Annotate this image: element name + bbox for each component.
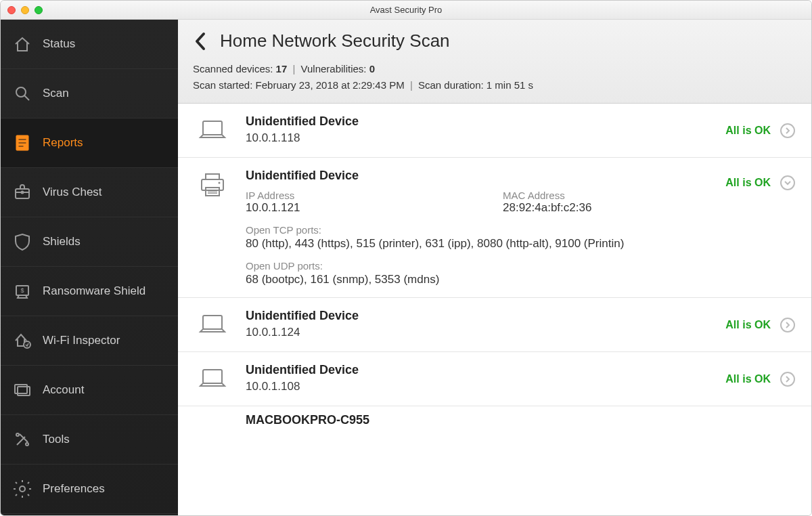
udp-ports-label: Open UDP ports: <box>246 260 709 272</box>
svg-point-0 <box>16 87 26 97</box>
sidebar-item-label: Shields <box>43 235 81 249</box>
device-ip: 10.0.1.121 <box>246 201 503 215</box>
svg-rect-24 <box>203 370 222 383</box>
device-name: Unidentified Device <box>246 169 709 183</box>
mac-label: MAC Address <box>503 190 709 201</box>
svg-point-13 <box>16 433 19 436</box>
page-title: Home Network Security Scan <box>220 30 450 51</box>
svg-line-1 <box>24 95 29 100</box>
main-panel: Home Network Security Scan Scanned devic… <box>178 20 811 516</box>
chevron-right-icon <box>784 127 791 134</box>
vuln-count: 0 <box>369 63 375 74</box>
device-name: Unidentified Device <box>246 114 709 129</box>
printer-icon <box>198 173 227 200</box>
minimize-window-button[interactable] <box>21 6 29 14</box>
device-ip: 10.0.1.118 <box>246 131 709 145</box>
svg-point-14 <box>26 443 28 446</box>
sidebar-item-virus-chest[interactable]: Virus Chest <box>1 168 178 217</box>
tools-icon <box>13 430 32 449</box>
device-row[interactable]: Unidentified Device IP Address 10.0.1.12… <box>178 158 811 298</box>
device-name: Unidentified Device <box>246 309 709 323</box>
window-controls <box>1 6 43 14</box>
expand-button[interactable] <box>780 372 795 387</box>
tcp-ports-label: Open TCP ports: <box>246 224 709 236</box>
account-icon <box>13 381 32 400</box>
sidebar-item-reports[interactable]: Reports <box>1 119 178 168</box>
svg-point-19 <box>219 182 221 184</box>
device-mac: 28:92:4a:bf:c2:36 <box>503 201 709 215</box>
status-badge: All is OK <box>725 177 771 189</box>
sidebar-item-tools[interactable]: Tools <box>1 415 178 465</box>
laptop-icon <box>198 119 227 143</box>
document-icon <box>13 133 32 152</box>
sidebar: Status Scan Reports Virus Chest Shields … <box>1 20 178 516</box>
device-ip: 10.0.1.124 <box>246 326 709 339</box>
main-header: Home Network Security Scan Scanned devic… <box>178 20 811 104</box>
status-badge: All is OK <box>725 125 771 137</box>
window-title: Avast Security Pro <box>1 5 811 15</box>
svg-rect-12 <box>18 387 30 395</box>
svg-point-15 <box>20 486 25 492</box>
sidebar-item-label: Account <box>43 383 84 397</box>
sidebar-item-label: Status <box>43 37 75 51</box>
sidebar-item-scan[interactable]: Scan <box>1 69 178 119</box>
sidebar-item-shields[interactable]: Shields <box>1 217 178 267</box>
ip-label: IP Address <box>246 190 503 201</box>
udp-ports-value: 68 (bootpc), 161 (snmp), 5353 (mdns) <box>246 273 709 286</box>
scan-stats: Scanned devices: 17 | Vulnerabilities: 0… <box>178 56 811 103</box>
scanned-count: 17 <box>276 63 288 74</box>
device-row[interactable]: Unidentified Device 10.0.1.118 All is OK <box>178 104 811 158</box>
device-row[interactable]: Unidentified Device 10.0.1.124 All is OK <box>178 298 811 352</box>
svg-rect-18 <box>202 179 223 190</box>
scan-duration-value: 1 min 51 s <box>487 79 533 91</box>
close-window-button[interactable] <box>7 6 16 14</box>
back-button[interactable] <box>193 31 208 51</box>
svg-rect-3 <box>18 139 26 140</box>
sidebar-item-label: Reports <box>43 136 83 150</box>
svg-rect-23 <box>203 316 222 329</box>
sidebar-item-preferences[interactable]: Preferences <box>1 465 178 514</box>
svg-rect-16 <box>203 121 222 135</box>
sidebar-item-ransomware-shield[interactable]: $ Ransomware Shield <box>1 267 178 316</box>
chevron-right-icon <box>784 322 791 328</box>
tcp-ports-value: 80 (http), 443 (https), 515 (printer), 6… <box>246 237 709 251</box>
svg-point-10 <box>24 341 30 348</box>
device-ip: 10.0.1.108 <box>246 380 709 393</box>
collapse-button[interactable] <box>780 175 795 190</box>
vuln-label: Vulnerabilities: <box>301 63 367 74</box>
sidebar-item-account[interactable]: Account <box>1 366 178 415</box>
zoom-window-button[interactable] <box>35 6 43 14</box>
sidebar-item-status[interactable]: Status <box>1 20 178 69</box>
chevron-right-icon <box>784 376 791 383</box>
expand-button[interactable] <box>780 123 795 138</box>
ransomware-shield-icon: $ <box>13 282 32 301</box>
expand-button[interactable] <box>780 318 795 332</box>
device-name: Unidentified Device <box>246 363 709 377</box>
sidebar-item-label: Tools <box>43 433 70 446</box>
wifi-icon <box>13 331 32 350</box>
shield-icon <box>13 232 32 251</box>
svg-rect-4 <box>18 142 26 144</box>
laptop-icon <box>198 367 227 391</box>
svg-rect-20 <box>206 188 219 196</box>
scanned-label: Scanned devices: <box>193 63 273 74</box>
search-icon <box>13 84 32 103</box>
sidebar-item-label: Virus Chest <box>43 186 102 199</box>
svg-rect-11 <box>15 385 27 393</box>
chest-icon <box>13 183 32 202</box>
scan-started-value: February 23, 2018 at 2:29:43 PM <box>256 79 405 91</box>
sidebar-item-label: Preferences <box>43 482 105 496</box>
scan-started-label: Scan started: <box>193 79 252 91</box>
chevron-down-icon <box>784 179 791 186</box>
laptop-icon <box>198 313 227 337</box>
gear-icon <box>13 479 32 498</box>
device-row[interactable]: Unidentified Device 10.0.1.108 All is OK <box>178 352 811 406</box>
sidebar-item-label: Ransomware Shield <box>43 284 145 298</box>
sidebar-item-label: Wi-Fi Inspector <box>43 334 120 347</box>
device-list[interactable]: Unidentified Device 10.0.1.118 All is OK <box>178 104 811 516</box>
home-icon <box>13 35 32 53</box>
svg-rect-5 <box>18 146 24 147</box>
sidebar-item-label: Scan <box>43 87 69 100</box>
sidebar-item-wifi-inspector[interactable]: Wi-Fi Inspector <box>1 316 178 366</box>
chevron-left-icon <box>193 31 208 51</box>
